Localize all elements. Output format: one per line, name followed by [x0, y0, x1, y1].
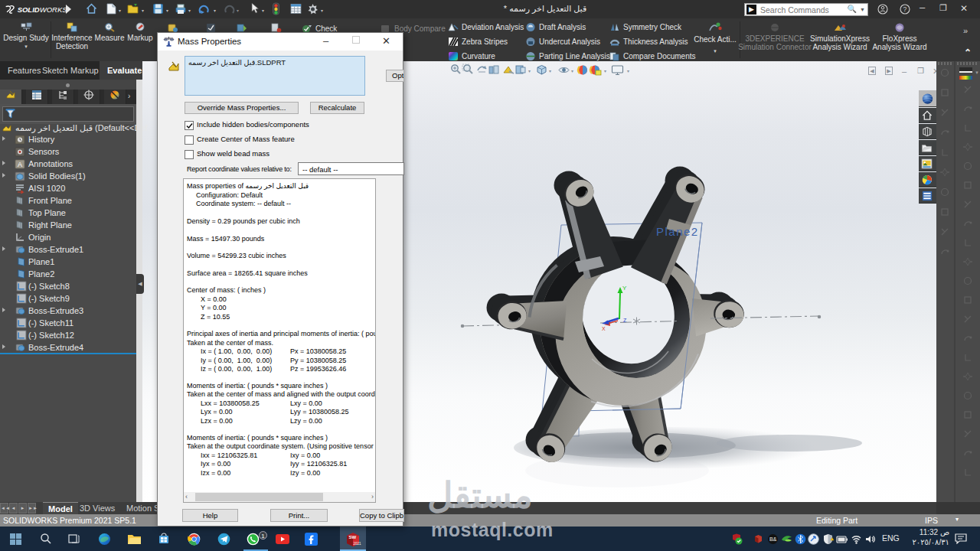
- svg-text:Plane2: Plane2: [656, 225, 699, 238]
- svg-text:Z: Z: [623, 318, 627, 323]
- svg-text:?: ?: [903, 5, 907, 13]
- svg-text:X: X: [602, 326, 606, 331]
- svg-text:SW: SW: [349, 535, 357, 540]
- svg-text:Y: Y: [622, 285, 627, 292]
- svg-text:A: A: [18, 161, 22, 168]
- svg-text:2021: 2021: [354, 542, 362, 546]
- svg-text:B&: B&: [769, 536, 777, 542]
